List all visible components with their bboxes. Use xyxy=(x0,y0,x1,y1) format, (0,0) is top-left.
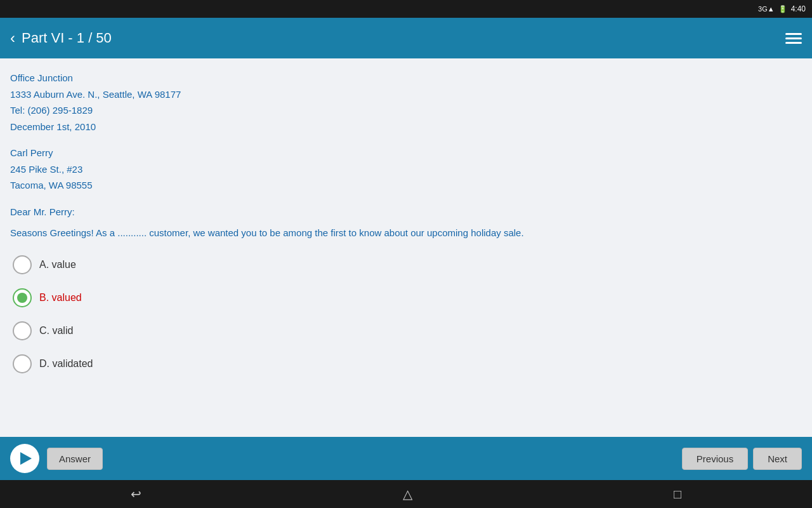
recipient-address1: 245 Pike St., #23 xyxy=(10,161,802,178)
letter-greeting: Dear Mr. Perry: xyxy=(10,204,802,220)
wifi-icon: 🔋 xyxy=(778,5,787,13)
navigation-buttons: Previous Next xyxy=(682,448,802,470)
office-name: Office Junction xyxy=(10,70,802,86)
option-b-row[interactable]: B. valued xyxy=(10,283,802,312)
option-a-label: A. value xyxy=(39,259,76,271)
bottom-bar: Answer Previous Next xyxy=(0,437,812,480)
status-bar: 3G▲ 🔋 4:40 xyxy=(0,0,812,18)
recipient-name: Carl Perry xyxy=(10,145,802,161)
recipient-block: Carl Perry 245 Pike St., #23 Tacoma, WA … xyxy=(10,145,802,194)
back-button[interactable]: ‹ xyxy=(10,29,15,47)
header-left: ‹ Part VI - 1 / 50 xyxy=(10,29,112,47)
menu-icon[interactable] xyxy=(785,33,802,44)
play-icon xyxy=(20,452,32,465)
option-b-label: B. valued xyxy=(39,292,82,304)
previous-button[interactable]: Previous xyxy=(682,448,748,470)
option-d-row[interactable]: D. validated xyxy=(10,349,802,378)
office-address: 1333 Auburn Ave. N., Seattle, WA 98177 xyxy=(10,86,802,103)
answer-button[interactable]: Answer xyxy=(47,448,103,470)
radio-b[interactable] xyxy=(13,288,32,307)
question-body: Seasons Greetings! As a ........... cust… xyxy=(10,225,802,241)
back-nav-icon[interactable]: ↩ xyxy=(131,486,141,502)
next-button[interactable]: Next xyxy=(753,448,802,470)
header-title: Part VI - 1 / 50 xyxy=(22,30,112,46)
bottom-left-controls: Answer xyxy=(10,444,103,473)
option-d-label: D. validated xyxy=(39,358,93,370)
play-button[interactable] xyxy=(10,444,39,473)
home-nav-icon[interactable]: △ xyxy=(403,486,412,502)
letter-header: Office Junction 1333 Auburn Ave. N., Sea… xyxy=(10,70,802,135)
option-c-row[interactable]: C. valid xyxy=(10,316,802,345)
radio-a[interactable] xyxy=(13,255,32,274)
signal-icon: 3G▲ xyxy=(758,5,775,13)
time-display: 4:40 xyxy=(791,4,806,13)
radio-b-inner xyxy=(17,293,27,303)
option-c-label: C. valid xyxy=(39,325,73,337)
radio-c[interactable] xyxy=(13,321,32,340)
radio-d[interactable] xyxy=(13,354,32,373)
office-tel: Tel: (206) 295-1829 xyxy=(10,102,802,119)
option-a-row[interactable]: A. value xyxy=(10,250,802,279)
options-list: A. value B. valued C. valid D. validated xyxy=(10,250,802,385)
recents-nav-icon[interactable]: □ xyxy=(674,487,681,502)
recipient-address2: Tacoma, WA 98555 xyxy=(10,177,802,194)
letter-date: December 1st, 2010 xyxy=(10,119,802,135)
android-nav-bar: ↩ △ □ xyxy=(0,480,812,508)
header: ‹ Part VI - 1 / 50 xyxy=(0,18,812,58)
main-content: Office Junction 1333 Auburn Ave. N., Sea… xyxy=(0,58,812,437)
